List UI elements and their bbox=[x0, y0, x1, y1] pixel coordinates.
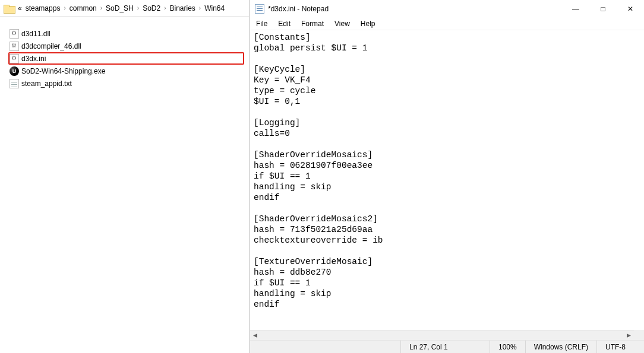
exe-icon bbox=[10, 66, 19, 76]
file-explorer-pane: « steamapps › common › SoD_SH › SoD2 › B… bbox=[0, 0, 250, 353]
notepad-title: *d3dx.ini - Notepad bbox=[268, 5, 329, 13]
menu-view[interactable]: View bbox=[333, 19, 351, 28]
notepad-window: *d3dx.ini - Notepad — □ ✕ File Edit Form… bbox=[250, 0, 644, 353]
notepad-statusbar: Ln 27, Col 1 100% Windows (CRLF) UTF-8 bbox=[250, 340, 644, 353]
file-row[interactable]: SoD2-Win64-Shipping.exe bbox=[8, 65, 244, 77]
scroll-track[interactable] bbox=[260, 330, 624, 340]
scroll-right-icon[interactable]: ▶ bbox=[624, 330, 634, 341]
chevron-right-icon: › bbox=[164, 5, 166, 11]
file-row[interactable]: d3dcompiler_46.dll bbox=[8, 40, 244, 52]
breadcrumb-prefix: « bbox=[18, 4, 22, 12]
txt-page-icon bbox=[10, 79, 19, 88]
breadcrumb-item[interactable]: steamapps bbox=[26, 4, 61, 12]
file-name: d3dcompiler_46.dll bbox=[21, 42, 81, 50]
gear-page-icon bbox=[10, 29, 19, 39]
file-name: d3d11.dll bbox=[21, 30, 50, 38]
status-encoding: UTF-8 bbox=[596, 341, 644, 353]
chevron-right-icon: › bbox=[100, 5, 102, 11]
file-row[interactable]: d3d11.dll bbox=[8, 27, 244, 40]
explorer-file-list: d3d11.dll d3dcompiler_46.dll d3dx.ini So… bbox=[0, 17, 249, 90]
breadcrumb-item[interactable]: SoD2 bbox=[143, 4, 160, 12]
menu-edit[interactable]: Edit bbox=[277, 19, 292, 28]
notepad-menubar: File Edit Format View Help bbox=[250, 18, 644, 30]
status-zoom: 100% bbox=[490, 341, 525, 353]
window-buttons: — □ ✕ bbox=[562, 0, 644, 18]
status-eol: Windows (CRLF) bbox=[525, 341, 596, 353]
minimize-button[interactable]: — bbox=[562, 0, 589, 18]
file-row-highlighted[interactable]: d3dx.ini bbox=[8, 52, 244, 65]
horizontal-scrollbar[interactable]: ◀ ▶ bbox=[250, 330, 634, 340]
gear-page-icon bbox=[10, 42, 19, 51]
explorer-address-bar[interactable]: « steamapps › common › SoD_SH › SoD2 › B… bbox=[0, 0, 249, 17]
file-name: steam_appid.txt bbox=[21, 79, 72, 88]
file-name: SoD2-Win64-Shipping.exe bbox=[21, 67, 105, 75]
breadcrumb-item[interactable]: common bbox=[70, 4, 97, 12]
file-row[interactable]: steam_appid.txt bbox=[8, 77, 244, 90]
notepad-body: [Constants] global persist $UI = 1 [KeyC… bbox=[250, 30, 644, 340]
notepad-titlebar[interactable]: *d3dx.ini - Notepad — □ ✕ bbox=[250, 0, 644, 18]
menu-format[interactable]: Format bbox=[300, 19, 325, 28]
close-button[interactable]: ✕ bbox=[617, 0, 644, 18]
breadcrumb: « steamapps › common › SoD_SH › SoD2 › B… bbox=[18, 4, 225, 12]
notepad-app-icon bbox=[255, 4, 264, 14]
maximize-button[interactable]: □ bbox=[589, 0, 617, 18]
menu-help[interactable]: Help bbox=[359, 19, 377, 28]
status-cursor: Ln 27, Col 1 bbox=[400, 341, 490, 353]
scroll-corner bbox=[634, 330, 644, 340]
ini-page-icon bbox=[10, 54, 19, 63]
folder-icon bbox=[4, 4, 14, 12]
breadcrumb-item[interactable]: SoD_SH bbox=[106, 4, 134, 12]
scroll-left-icon[interactable]: ◀ bbox=[250, 330, 260, 341]
file-name: d3dx.ini bbox=[21, 55, 46, 63]
chevron-right-icon: › bbox=[137, 5, 139, 11]
chevron-right-icon: › bbox=[199, 5, 201, 11]
notepad-text-area[interactable]: [Constants] global persist $UI = 1 [KeyC… bbox=[250, 30, 644, 340]
breadcrumb-item[interactable]: Binaries bbox=[170, 4, 195, 12]
chevron-right-icon: › bbox=[64, 5, 65, 11]
menu-file[interactable]: File bbox=[255, 19, 269, 28]
breadcrumb-item[interactable]: Win64 bbox=[204, 4, 225, 12]
